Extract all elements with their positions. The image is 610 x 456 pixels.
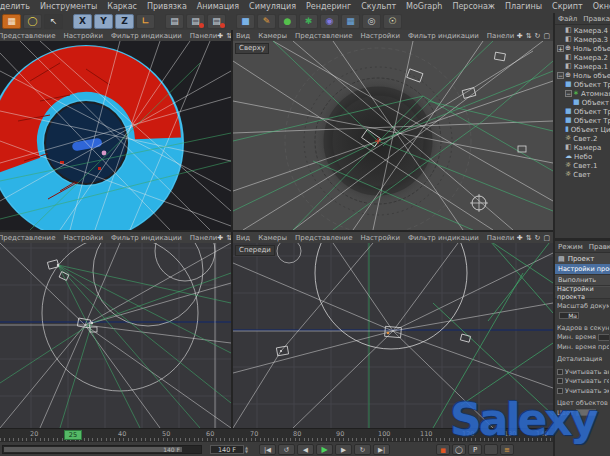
key-covered-button[interactable]: [484, 444, 498, 455]
vp-menu-panel[interactable]: Панели: [190, 32, 217, 40]
menu-sculpt[interactable]: Скульпт: [361, 2, 396, 11]
object-row[interactable]: ☼Свет: [555, 170, 610, 179]
goto-start-button[interactable]: |◀: [259, 444, 276, 455]
vp-menu-options[interactable]: Настройки: [360, 32, 400, 40]
pan-icon[interactable]: ✚: [517, 234, 523, 242]
menu-render[interactable]: Рендеринг: [306, 2, 351, 11]
vp-menu-display[interactable]: Представление: [0, 32, 55, 40]
vp-menu-view[interactable]: Вид: [236, 234, 250, 242]
checkbox-use-generators[interactable]: [557, 378, 563, 384]
add-cube-button[interactable]: ■: [236, 14, 255, 29]
object-row[interactable]: +⊕Ноль объект: [555, 44, 610, 53]
add-spline-button[interactable]: ✎: [257, 14, 276, 29]
viewport-perspective[interactable]: Вид Камеры Представление Настройки Фильт…: [0, 30, 231, 230]
play-button[interactable]: ▶: [316, 444, 333, 455]
add-light-button[interactable]: ☉: [383, 14, 402, 29]
rotate-tool-icon[interactable]: ◯: [23, 14, 42, 29]
key-parameters-button[interactable]: ≡: [500, 444, 514, 455]
pan-icon[interactable]: ✚: [217, 234, 223, 242]
selection-tool-icon[interactable]: ↖: [44, 14, 63, 29]
vp-menu-filter[interactable]: Фильтр индикации: [408, 32, 479, 40]
collapse-icon[interactable]: −: [557, 72, 564, 79]
expand-icon[interactable]: +: [557, 45, 564, 52]
min-time-field[interactable]: [598, 334, 609, 341]
vp-menu-filter[interactable]: Фильтр индикации: [408, 234, 479, 242]
menu-select[interactable]: Выделить: [0, 2, 30, 11]
menu-mograph[interactable]: MoGraph: [406, 2, 442, 11]
add-environment-button[interactable]: ▦: [341, 14, 360, 29]
frame-stepper[interactable]: ▲▼: [245, 445, 251, 454]
vp-menu-panel[interactable]: Панели: [487, 234, 514, 242]
vp-menu-display[interactable]: Представление: [295, 32, 352, 40]
axis-x-button[interactable]: X: [73, 14, 92, 29]
goto-end-button[interactable]: ▶|: [373, 444, 390, 455]
toggle-view-icon[interactable]: ▢: [543, 234, 550, 242]
checkbox-use-animation[interactable]: [557, 369, 563, 375]
vp-menu-display[interactable]: Представление: [295, 234, 352, 242]
object-row[interactable]: ■Объект Тр: [555, 116, 610, 125]
object-row[interactable]: ■Объект Тр: [555, 80, 610, 89]
checkbox-use-expressions[interactable]: [557, 388, 563, 394]
vp-menu-options[interactable]: Настройки: [63, 234, 103, 242]
dolly-icon[interactable]: ⇅: [526, 32, 532, 40]
add-camera-button[interactable]: ◎: [362, 14, 381, 29]
object-row[interactable]: ◧Камера: [555, 143, 610, 152]
menu-script[interactable]: Скрипт: [552, 2, 583, 11]
previous-frame-button[interactable]: ◀: [297, 444, 314, 455]
rotate-view-icon[interactable]: ↻: [535, 234, 541, 242]
menu-tools[interactable]: Инструменты: [40, 2, 97, 11]
axis-z-button[interactable]: Z: [115, 14, 134, 29]
object-row[interactable]: ■Объект Тр: [555, 107, 610, 116]
menu-character[interactable]: Персонаж: [452, 2, 495, 11]
pan-icon[interactable]: ✚: [517, 32, 523, 40]
viewport-top[interactable]: Вид Камеры Представление Настройки Фильт…: [233, 30, 553, 230]
dolly-icon[interactable]: ⇅: [526, 234, 532, 242]
am-menu-edit[interactable]: Правка: [589, 243, 610, 251]
om-menu-file[interactable]: Файл: [558, 15, 577, 23]
object-row[interactable]: ◧Камера.2: [555, 53, 610, 62]
autokey-button[interactable]: ◯: [452, 444, 466, 455]
dolly-icon[interactable]: ⇅: [226, 234, 231, 242]
rotate-view-icon[interactable]: ↻: [535, 32, 541, 40]
object-row[interactable]: ☁Небо: [555, 152, 610, 161]
dolly-icon[interactable]: ⇅: [226, 32, 231, 40]
move-tool-icon[interactable]: ▦: [2, 14, 21, 29]
timeline-playhead[interactable]: 25: [64, 430, 82, 440]
menu-simulate[interactable]: Симуляция: [249, 2, 296, 11]
vp-menu-cameras[interactable]: Камеры: [258, 32, 287, 40]
menu-mesh[interactable]: Каркас: [107, 2, 137, 11]
render-to-picture-viewer-button[interactable]: ▤: [186, 14, 205, 29]
key-position-button[interactable]: P: [468, 444, 482, 455]
add-deformer-button[interactable]: ◉: [320, 14, 339, 29]
pan-icon[interactable]: ✚: [217, 32, 223, 40]
scale-field[interactable]: Ма: [559, 312, 579, 319]
play-backwards-button[interactable]: ↺: [278, 444, 295, 455]
coordinate-system-button[interactable]: ∟: [136, 14, 155, 29]
vp-menu-panel[interactable]: Панели: [190, 234, 217, 242]
add-mograph-button[interactable]: ✱: [299, 14, 318, 29]
menu-animate[interactable]: Анимация: [197, 2, 239, 11]
current-frame-field[interactable]: 140 F: [210, 445, 244, 454]
vp-menu-filter[interactable]: Фильтр индикации: [111, 234, 182, 242]
render-settings-button[interactable]: ▤: [207, 14, 226, 29]
vp-menu-view[interactable]: Вид: [236, 32, 250, 40]
vp-menu-options[interactable]: Настройки: [360, 234, 400, 242]
object-row[interactable]: ◧Камера.4: [555, 26, 610, 35]
object-row[interactable]: ☼Свет.1: [555, 161, 610, 170]
next-frame-button[interactable]: ▶: [335, 444, 352, 455]
loop-button[interactable]: ↻: [354, 444, 371, 455]
tab-project-settings[interactable]: Настройки проекта: [555, 264, 610, 275]
collapse-icon[interactable]: −: [565, 90, 572, 97]
vp-menu-options[interactable]: Настройки: [63, 32, 103, 40]
toggle-view-icon[interactable]: ▢: [543, 32, 550, 40]
object-row[interactable]: ☼Свет.2: [555, 134, 610, 143]
viewport-right[interactable]: Вид Камеры Представление Настройки Фильт…: [0, 232, 231, 428]
am-menu-mode[interactable]: Режим: [558, 243, 583, 251]
object-row[interactable]: ◧Камера.1: [555, 62, 610, 71]
axis-y-button[interactable]: Y: [94, 14, 113, 29]
menu-window[interactable]: Окно: [593, 2, 610, 11]
object-row[interactable]: ▮Объект Ци: [555, 125, 610, 134]
vp-menu-display[interactable]: Представление: [0, 234, 55, 242]
add-generator-button[interactable]: ●: [278, 14, 297, 29]
render-view-button[interactable]: ▤: [165, 14, 184, 29]
